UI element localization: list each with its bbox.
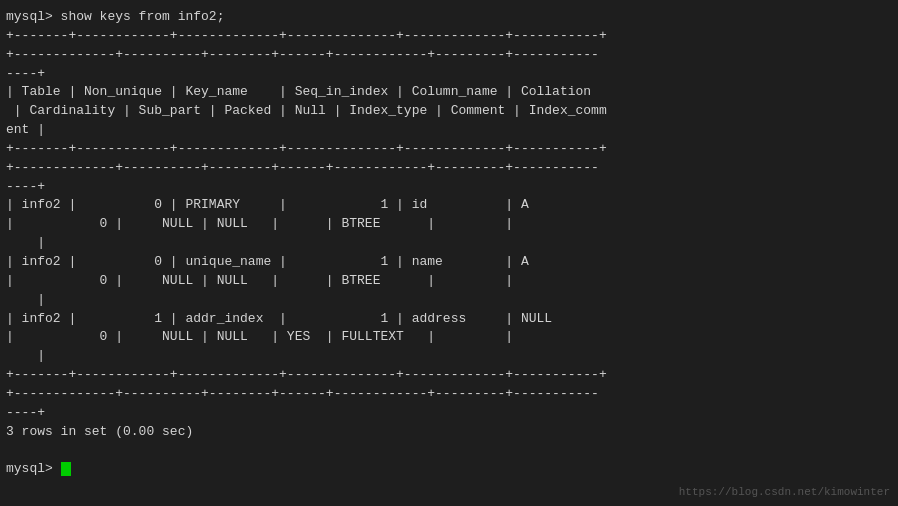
- command-line: mysql> show keys from info2;: [6, 9, 224, 24]
- prompt-end: mysql>: [6, 461, 61, 476]
- watermark: https://blog.csdn.net/kimowinter: [679, 486, 890, 498]
- result-text: 3 rows in set (0.00 sec): [6, 424, 193, 439]
- terminal-content: mysql> show keys from info2; +-------+--…: [6, 8, 892, 479]
- cursor: [61, 462, 71, 476]
- terminal-window: mysql> show keys from info2; +-------+--…: [0, 0, 898, 506]
